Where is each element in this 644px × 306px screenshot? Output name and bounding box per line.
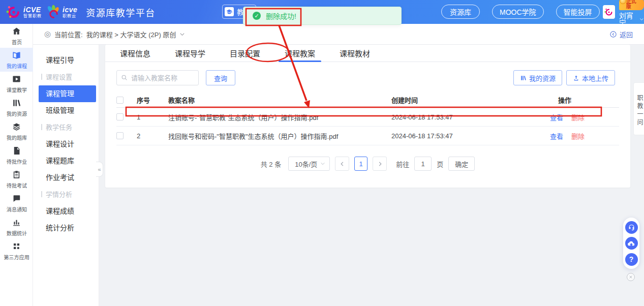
chevron-down-icon <box>320 161 325 166</box>
play-square-icon <box>12 74 21 84</box>
sidebar-item-data-statistics[interactable]: 数据统计 <box>0 215 33 239</box>
username-label: 刘宵宁 <box>619 12 638 26</box>
lesson-plan-search-input[interactable] <box>116 70 199 85</box>
row-checkbox[interactable] <box>116 132 124 139</box>
floating-toolbar: ? <box>623 218 639 269</box>
submenu-item-course-management[interactable]: 课程管理 <box>39 85 96 102</box>
breadcrumb-path[interactable]: 我的课程 > 大学语文 (2P) 原创 <box>86 29 176 39</box>
next-page-button[interactable] <box>373 157 387 171</box>
submenu-section-course-settings: 课程设置 <box>33 69 99 85</box>
view-link[interactable]: 查看 <box>550 112 563 122</box>
row-created-time: 2024-06-18 17:53:47 <box>391 113 544 121</box>
query-button[interactable]: 查询 <box>206 70 235 85</box>
tab-course-guide[interactable]: 课程导学 <box>172 45 208 62</box>
open-book-icon <box>12 50 21 60</box>
submenu-item-course-guide[interactable]: 课程引导 <box>33 52 99 69</box>
sidebar-item-pending-exams[interactable]: 待批考试 <box>0 167 33 191</box>
nav-mooc-academy-button[interactable]: MOOC学院 <box>492 5 544 19</box>
sidebar-item-my-courses[interactable]: 我的课程 <box>0 48 33 72</box>
tab-course-textbook[interactable]: 课程教材 <box>336 45 373 62</box>
page-unit-label: 页 <box>437 159 443 169</box>
submenu-item-homework-exam[interactable]: 作业考试 <box>33 169 99 186</box>
local-upload-button[interactable]: 本地上传 <box>566 70 615 85</box>
toast-message: 删除成功! <box>266 11 296 21</box>
download-button[interactable] <box>625 237 638 250</box>
headset-icon <box>628 224 635 231</box>
app-grid-icon <box>12 241 21 251</box>
avatar[interactable] <box>603 5 615 19</box>
chevron-down-icon <box>639 17 644 22</box>
books-icon <box>520 75 527 81</box>
header-created: 创建时间 <box>391 95 544 105</box>
delete-link[interactable]: 删除 <box>571 131 585 141</box>
submenu-item-statistical-analysis[interactable]: 统计分析 <box>33 220 99 236</box>
confirm-button[interactable]: 确定 <box>448 157 475 171</box>
sidebar-item-my-resources[interactable]: 我的资源 <box>0 96 33 119</box>
lesson-plan-toolbar: 查询 我的资源 本地上传 <box>116 70 619 85</box>
view-link[interactable]: 查看 <box>550 131 563 141</box>
document-icon <box>12 146 21 156</box>
chevron-right-icon <box>377 161 383 167</box>
goto-label: 前往 <box>396 159 409 169</box>
close-floating-toolbar-button[interactable] <box>627 273 635 281</box>
page-number-1[interactable]: 1 <box>354 157 367 171</box>
customer-service-button[interactable] <box>625 221 638 234</box>
sidebar-item-my-question-bank[interactable]: 我的题库 <box>0 119 33 143</box>
platform-title: 资源库教学平台 <box>86 6 156 19</box>
success-toast: ✓ 删除成功! <box>243 7 402 25</box>
peacock-icon <box>45 5 60 20</box>
header-name: 教案名称 <box>168 95 391 105</box>
course-submenu: 课程引导 课程设置 课程管理 班级管理 教学任务 课程设计 课程题库 作业考试 … <box>33 45 99 306</box>
submenu-item-course-design[interactable]: 课程设计 <box>33 136 99 152</box>
submenu-item-course-question-bank[interactable]: 课程题库 <box>33 152 99 169</box>
row-checkbox[interactable] <box>116 113 124 120</box>
delete-link[interactable]: 删除 <box>571 112 585 122</box>
sidebar-item-third-party-apps[interactable]: 第三方应用 <box>0 239 33 263</box>
medal-icon <box>620 0 626 4</box>
chat-bubble-icon <box>12 194 21 203</box>
course-tabs: 课程信息 课程导学 目录配置 课程教案 课程教材 <box>105 45 630 62</box>
table-row: 1 注销账号-"智慧职教"生态系统（用户）操作指南.pdf 2024-06-18… <box>116 108 619 127</box>
help-button[interactable]: ? <box>625 253 638 266</box>
search-icon <box>121 74 128 81</box>
goto-page-input[interactable] <box>414 157 432 171</box>
chevron-down-icon[interactable] <box>179 32 185 37</box>
upload-icon <box>573 75 579 81</box>
back-label: 返回 <box>620 29 633 39</box>
tab-catalog-config[interactable]: 目录配置 <box>227 45 263 62</box>
sidebar-item-classroom-teaching[interactable]: 课堂教学 <box>0 72 33 96</box>
bar-chart-icon <box>12 218 21 227</box>
prev-page-button[interactable] <box>335 157 349 171</box>
zhijiao-yiwen-edge-tab[interactable]: 职教一问 <box>633 82 644 135</box>
row-seq: 2 <box>137 132 168 140</box>
page-size-select[interactable]: 10条/页 <box>288 157 330 171</box>
close-icon <box>629 275 633 279</box>
icve-zhihuizhijiao-logo: iCVE智慧职教 <box>6 5 42 20</box>
sidebar-item-home[interactable]: 首页 <box>0 24 33 48</box>
submenu-item-course-grades[interactable]: 课程成绩 <box>33 203 99 220</box>
sidebar-item-notifications[interactable]: 消息通知 <box>0 191 33 215</box>
chevron-left-icon <box>340 161 345 167</box>
main-content-card: 课程信息 课程导学 目录配置 课程教案 课程教材 查询 我的资源 本地上传 <box>105 45 630 188</box>
submenu-collapse-handle[interactable]: « <box>96 162 103 177</box>
select-all-checkbox[interactable] <box>116 97 124 104</box>
icve-zhijiaoyun-logo: icve职教云 <box>45 5 77 20</box>
cloud-download-icon <box>627 239 635 248</box>
submenu-section-teaching-tasks: 教学任务 <box>33 119 99 136</box>
version-badge: 正式版 <box>619 0 644 10</box>
nav-smart-casting-button[interactable]: 智能投屏 <box>556 5 600 19</box>
username-menu[interactable]: 刘宵宁 <box>619 12 644 26</box>
total-count-label: 共 2 条 <box>261 159 281 169</box>
sidebar-item-pending-homework[interactable]: 待批作业 <box>0 143 33 167</box>
tab-lesson-plans[interactable]: 课程教案 <box>282 45 318 62</box>
submenu-item-class-management[interactable]: 班级管理 <box>33 102 99 119</box>
tab-course-info[interactable]: 课程信息 <box>117 45 154 62</box>
row-file-name: 找回账号和密码-"智慧职教"生态系统（用户）操作指南.pdf <box>168 131 391 141</box>
clipboard-icon <box>12 170 21 179</box>
row-created-time: 2024-06-18 17:53:47 <box>391 132 544 140</box>
back-button[interactable]: 返回 <box>609 29 633 39</box>
my-resources-button[interactable]: 我的资源 <box>513 70 562 85</box>
search-box <box>116 70 199 85</box>
nav-resource-library-button[interactable]: 资源库 <box>441 5 480 19</box>
row-file-name: 注销账号-"智慧职教"生态系统（用户）操作指南.pdf <box>168 112 391 122</box>
